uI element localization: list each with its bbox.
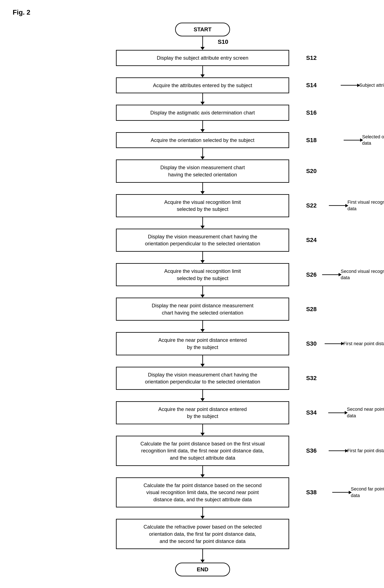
arrowhead-14 xyxy=(200,516,205,519)
data-arrow-subject-attr xyxy=(341,85,358,86)
arrow-13 xyxy=(202,466,203,474)
node-s16: Acquire the orientation selected by the … xyxy=(116,132,289,148)
data-label-first-vrl: First visual recognition limit data xyxy=(347,199,384,212)
row-s38: Calculate the refractive power based on … xyxy=(116,519,289,549)
data-label-first-npd: First near point distance data xyxy=(343,340,384,347)
arrow-15 xyxy=(202,549,203,560)
row-s32: Acquire the near point distance entered … xyxy=(116,401,289,424)
data-label-first-fpd: First far point distance data xyxy=(347,448,384,454)
connector-14 xyxy=(116,507,289,519)
row-s10: Display the subject attribute entry scre… xyxy=(116,50,289,66)
step-s14: S14 xyxy=(306,82,317,89)
arrowhead-8 xyxy=(200,295,205,298)
step-s18: S18 xyxy=(306,137,317,144)
connector-9 xyxy=(116,321,289,332)
data-first-vrl: First visual recognition limit data xyxy=(329,199,384,212)
row-s16: Acquire the orientation selected by the … xyxy=(116,132,289,148)
connector-5 xyxy=(116,183,289,194)
step-s34: S34 xyxy=(306,409,317,416)
data-label-second-fpd: Second far point distance data xyxy=(351,486,384,499)
flowchart: START S10 Display the subject attribute … xyxy=(34,23,371,576)
data-arrow-first-fpd xyxy=(329,451,346,451)
start-wrapper: START xyxy=(116,23,289,36)
arrowhead-9 xyxy=(200,329,205,332)
data-arrow-first-vrl xyxy=(329,205,346,206)
arrow-4 xyxy=(202,148,203,157)
data-arrow-second-vrl xyxy=(322,274,339,275)
step-s30: S30 xyxy=(306,340,317,347)
data-arrow-first-npd xyxy=(325,343,342,344)
step-label-s10: S10 xyxy=(218,39,228,45)
arrow-10 xyxy=(202,355,203,364)
row-s34: Calculate the far point distance based o… xyxy=(116,436,289,466)
connector-4 xyxy=(116,148,289,160)
connector-3 xyxy=(116,121,289,132)
step-s20: S20 xyxy=(306,168,317,174)
row-s20: Acquire the visual recognition limit sel… xyxy=(116,194,289,217)
row-s30: Display the vision measurement chart hav… xyxy=(116,367,289,390)
step-s12: S12 xyxy=(306,55,317,61)
data-label-second-vrl: Second visual recognition limit data xyxy=(341,268,384,281)
arrowhead-1 xyxy=(200,74,205,77)
end-wrapper: END xyxy=(116,563,289,576)
step-s16: S16 xyxy=(306,109,317,116)
step-s24: S24 xyxy=(306,237,317,243)
row-s28: Acquire the near point distance entered … xyxy=(116,332,289,355)
node-s22: Display the vision measurement chart hav… xyxy=(116,229,289,252)
arrow-6 xyxy=(202,217,203,226)
data-first-npd: First near point distance data xyxy=(325,340,384,347)
step-s22: S22 xyxy=(306,202,317,209)
arrowhead-5 xyxy=(200,191,205,194)
step-s26: S26 xyxy=(306,271,317,278)
node-s24: Acquire the visual recognition limit sel… xyxy=(116,263,289,286)
arrow-5 xyxy=(202,183,203,191)
node-s26: Display the near point distance measurem… xyxy=(116,298,289,321)
arrow-12 xyxy=(202,424,203,433)
arrow-14 xyxy=(202,507,203,516)
step-s28: S28 xyxy=(306,306,317,313)
arrow-3 xyxy=(202,121,203,129)
node-s14: Display the astigmatic axis determinatio… xyxy=(116,105,289,121)
arrowhead-7 xyxy=(200,260,205,263)
arrow-7 xyxy=(202,252,203,260)
row-s24: Acquire the visual recognition limit sel… xyxy=(116,263,289,286)
row-s22: Display the vision measurement chart hav… xyxy=(116,229,289,252)
step-s32: S32 xyxy=(306,375,317,381)
connector-0: S10 xyxy=(116,36,289,50)
connector-11 xyxy=(116,390,289,401)
data-second-npd: Second near point distance data xyxy=(328,406,384,419)
connector-1 xyxy=(116,66,289,77)
step-s38: S38 xyxy=(306,489,317,496)
node-s36: Calculate the far point distance based o… xyxy=(116,477,289,508)
node-s18: Display the vision measurement chart hav… xyxy=(116,160,289,183)
data-arrow-second-npd xyxy=(328,412,345,413)
node-s28: Acquire the near point distance entered … xyxy=(116,332,289,355)
data-label-second-npd: Second near point distance data xyxy=(347,406,384,419)
page: Fig. 2 START S10 Display the subject att… xyxy=(0,0,384,585)
connector-8 xyxy=(116,286,289,298)
arrowhead-12 xyxy=(200,433,205,436)
arrow-1 xyxy=(202,66,203,74)
connector-7 xyxy=(116,252,289,263)
row-s18: Display the vision measurement chart hav… xyxy=(116,160,289,183)
row-s36: Calculate the far point distance based o… xyxy=(116,477,289,508)
arrowhead-3 xyxy=(200,129,205,132)
arrow-8 xyxy=(202,286,203,295)
connector-12 xyxy=(116,424,289,436)
data-label-subject-attr: Subject attribute data xyxy=(359,82,384,89)
connector-2 xyxy=(116,93,289,105)
row-s26: Display the near point distance measurem… xyxy=(116,298,289,321)
arrow-9 xyxy=(202,321,203,329)
connector-15 xyxy=(116,549,289,563)
data-second-fpd: Second far point distance data xyxy=(332,486,384,499)
node-s34: Calculate the far point distance based o… xyxy=(116,436,289,466)
node-s20: Acquire the visual recognition limit sel… xyxy=(116,194,289,217)
fig-label: Fig. 2 xyxy=(13,8,371,16)
data-second-vrl: Second visual recognition limit data xyxy=(322,268,384,281)
connector-6 xyxy=(116,217,289,229)
data-subject-attr: Subject attribute data xyxy=(341,82,384,89)
arrowhead-13 xyxy=(200,474,205,477)
row-s14: Display the astigmatic axis determinatio… xyxy=(116,105,289,121)
step-s36: S36 xyxy=(306,447,317,454)
connector-10 xyxy=(116,355,289,367)
